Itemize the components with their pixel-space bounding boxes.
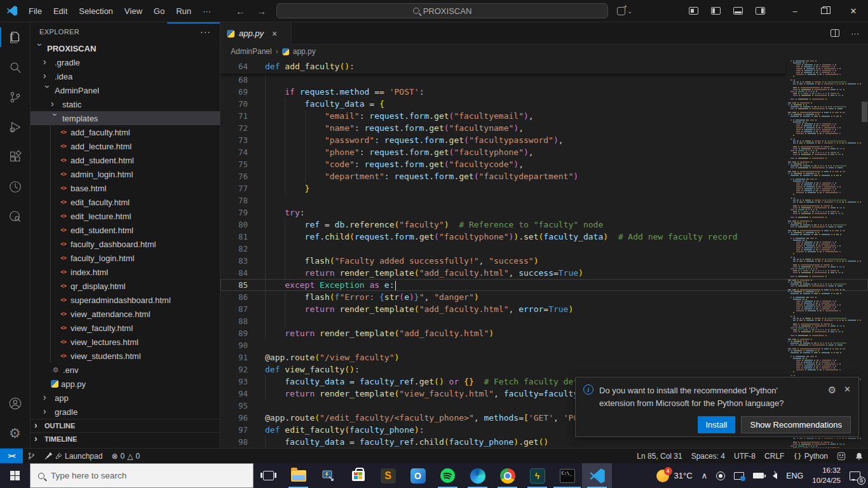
volume-icon[interactable] (768, 463, 782, 488)
tree-item-app.py[interactable]: app.py (31, 377, 220, 391)
tree-item-faculty_dashboard.html[interactable]: <>faculty_dashboard.html (31, 237, 220, 251)
breadcrumb-folder[interactable]: AdminPanel (231, 47, 272, 56)
chrome-button[interactable] (492, 463, 522, 488)
tree-item-.gradle[interactable]: ›.gradle (31, 55, 220, 69)
spotify-button[interactable] (433, 463, 463, 488)
tree-item-app[interactable]: ›app (31, 391, 220, 405)
code-line-91[interactable]: 91@app.route("/view_faculty") (220, 351, 868, 363)
source-control-icon[interactable] (0, 82, 31, 112)
menu-file[interactable]: File (23, 0, 48, 22)
terminal-button[interactable]: C:\_ (552, 463, 582, 488)
start-button[interactable] (0, 463, 30, 488)
file-explorer-button[interactable] (283, 463, 313, 488)
code-line-84[interactable]: 84return render_template("add_faculty.ht… (220, 267, 868, 279)
tree-item-edit_faculty.html[interactable]: <>edit_faculty.html (31, 195, 220, 209)
editor-more-icon[interactable]: ··· (851, 29, 859, 38)
record-tray-icon[interactable] (712, 463, 729, 488)
tree-item-view_faculty.html[interactable]: <>view_faculty.html (31, 321, 220, 335)
minimize-button[interactable]: – (780, 0, 810, 22)
explorer-icon[interactable] (0, 22, 31, 52)
account-icon[interactable] (0, 388, 31, 418)
tree-item-edit_student.html[interactable]: <>edit_student.html (31, 223, 220, 237)
code-line-87[interactable]: 87return render_template("add_faculty.ht… (220, 303, 868, 315)
tree-item-.idea[interactable]: ›.idea (31, 69, 220, 83)
sidebar-section-outline[interactable]: ›OUTLINE (31, 419, 220, 432)
code-line-74[interactable]: 74"phone": request.form.get("facultyphon… (220, 146, 868, 158)
sticky-line-64[interactable]: 64def add_faculty(): (220, 60, 355, 72)
code-line-78[interactable]: 78 (220, 194, 868, 207)
code-line-85[interactable]: 85except Exception as e: (220, 279, 868, 291)
restore-button[interactable] (810, 0, 839, 22)
remote-indicator[interactable]: >< (0, 449, 23, 463)
tree-item-superadmindashboard.html[interactable]: <>superadmindashboard.html (31, 293, 220, 307)
eol-sequence[interactable]: CRLF (760, 449, 789, 463)
code-line-77[interactable]: 77} (220, 182, 868, 194)
code-line-81[interactable]: 81ref.child(request.form.get("facultypho… (220, 231, 868, 243)
device-app-button[interactable] (313, 463, 343, 488)
close-button[interactable]: ✕ (839, 0, 868, 22)
menu-moremoremore[interactable]: ··· (197, 0, 217, 22)
code-line-86[interactable]: 86flash(f"Error: {str(e)}", "danger") (220, 291, 868, 303)
code-line-82[interactable]: 82 (220, 243, 868, 255)
code-line-79[interactable]: 79try: (220, 207, 868, 219)
sidebar-section-timeline[interactable]: ›TIMELINE (31, 432, 220, 445)
tree-item-add_faculty.html[interactable]: <>add_faculty.html (31, 125, 220, 139)
code-line-98[interactable]: 98faculty_data = faculty_ref.child(facul… (220, 436, 868, 448)
tree-item-qr_display.html[interactable]: <>qr_display.html (31, 279, 220, 293)
source-control-status[interactable] (23, 449, 40, 463)
tree-item-view_attendance.html[interactable]: <>view_attendance.html (31, 307, 220, 321)
task-view-button[interactable] (254, 463, 283, 488)
battery-icon[interactable] (749, 463, 768, 488)
customize-layout-icon[interactable] (689, 7, 698, 15)
code-line-88[interactable]: 88 (220, 315, 868, 327)
tree-item-faculty_login.html[interactable]: <>faculty_login.html (31, 251, 220, 265)
run-debug-icon[interactable] (0, 112, 31, 142)
tree-item-add_lecture.html[interactable]: <>add_lecture.html (31, 139, 220, 153)
tree-item-view_students.html[interactable]: <>view_students.html (31, 349, 220, 363)
tree-item-AdminPanel[interactable]: ›AdminPanel (31, 83, 220, 97)
tree-item-index.html[interactable]: <>index.html (31, 265, 220, 279)
settings-gear-icon[interactable]: ⚙ (0, 418, 31, 448)
code-line-69[interactable]: 69if request.method == 'POST': (220, 86, 868, 98)
feedback-smiley-icon[interactable] (832, 449, 850, 463)
menu-selection[interactable]: Selection (73, 0, 118, 22)
code-line-71[interactable]: 71"email": request.form.get("facultyemai… (220, 110, 868, 122)
breadcrumb-file[interactable]: app.py (293, 47, 316, 56)
microsoft-store-button[interactable] (343, 463, 373, 488)
vscode-taskbar-button[interactable] (582, 463, 612, 488)
tree-item-static[interactable]: ›static (31, 97, 220, 111)
launchpad-status[interactable]: Launchpad (40, 449, 107, 463)
more-actions-icon[interactable]: ··· (200, 27, 211, 37)
tree-item-edit_lecture.html[interactable]: <>edit_lecture.html (31, 209, 220, 223)
menu-edit[interactable]: Edit (48, 0, 73, 22)
code-line-83[interactable]: 83flash("Faculty added successfully!", "… (220, 255, 868, 267)
forward-arrow-icon[interactable]: → (257, 6, 266, 17)
code-line-73[interactable]: 73"password": request.form.get("facultyp… (220, 134, 868, 146)
dev-tool-button[interactable]: ϟ (522, 463, 552, 488)
language-mode[interactable]: {} Python (789, 449, 832, 463)
tree-item-base.html[interactable]: <>base.html (31, 181, 220, 195)
remote-explorer-icon[interactable] (0, 172, 31, 201)
notification-settings-icon[interactable]: ⚙ (828, 384, 836, 396)
menu-run[interactable]: Run (170, 0, 197, 22)
show-recommendations-button[interactable]: Show Recommendations (741, 416, 851, 433)
tree-item-.env[interactable]: ⚙.env (31, 363, 220, 377)
edge-button[interactable] (463, 463, 492, 488)
code-line-80[interactable]: 80ref = db.reference("faculty") # Refere… (220, 219, 868, 231)
tree-item-PROXISCAN[interactable]: ›PROXISCAN (31, 41, 220, 55)
command-center-search[interactable]: PROXISCAN (276, 3, 608, 18)
taskbar-search-box[interactable]: Type here to search (30, 463, 254, 488)
split-editor-icon[interactable] (831, 29, 839, 37)
tree-item-admin_login.html[interactable]: <>admin_login.html (31, 167, 220, 181)
tray-chevron-icon[interactable]: ∧ (697, 463, 712, 488)
notification-close-icon[interactable]: ✕ (844, 384, 851, 394)
sticky-scroll-line[interactable]: 64def add_faculty(): (220, 58, 785, 74)
weather-widget[interactable]: 4 31°C (652, 463, 697, 488)
code-line-75[interactable]: 75"code": request.form.get("facultycode"… (220, 158, 868, 170)
outlook-button[interactable]: O (403, 463, 433, 488)
testing-icon[interactable] (0, 201, 31, 231)
clock[interactable]: 16:32 10/24/25 (808, 463, 845, 488)
open-remote-window-button[interactable]: ⌄ (617, 7, 632, 15)
toggle-panel-icon[interactable] (733, 7, 743, 15)
menu-go[interactable]: Go (148, 0, 170, 22)
